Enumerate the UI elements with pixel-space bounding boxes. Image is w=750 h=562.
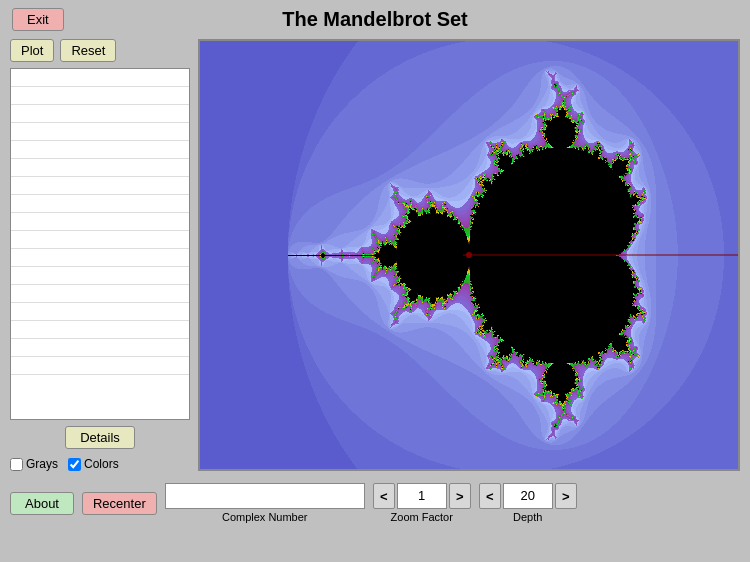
list-item bbox=[11, 339, 189, 357]
canvas-area[interactable] bbox=[198, 39, 740, 471]
top-bar: Exit The Mandelbrot Set bbox=[0, 0, 750, 35]
about-button[interactable]: About bbox=[10, 492, 74, 515]
zoom-factor-label: Zoom Factor bbox=[391, 511, 453, 523]
colors-label[interactable]: Colors bbox=[68, 457, 119, 471]
list-item bbox=[11, 249, 189, 267]
list-item bbox=[11, 87, 189, 105]
plot-button[interactable]: Plot bbox=[10, 39, 54, 62]
list-item bbox=[11, 105, 189, 123]
list-item bbox=[11, 303, 189, 321]
depth-value: 20 bbox=[503, 483, 553, 509]
depth-label: Depth bbox=[513, 511, 542, 523]
details-button[interactable]: Details bbox=[65, 426, 135, 449]
list-item bbox=[11, 321, 189, 339]
list-item bbox=[11, 231, 189, 249]
grays-checkbox[interactable] bbox=[10, 458, 23, 471]
zoom-factor-control: < 1 > Zoom Factor bbox=[373, 483, 471, 523]
list-item bbox=[11, 357, 189, 375]
complex-number-input[interactable] bbox=[165, 483, 365, 509]
reset-button[interactable]: Reset bbox=[60, 39, 116, 62]
list-item bbox=[11, 159, 189, 177]
colors-text: Colors bbox=[84, 457, 119, 471]
zoom-factor-value: 1 bbox=[397, 483, 447, 509]
list-item bbox=[11, 141, 189, 159]
plot-reset-row: Plot Reset bbox=[10, 39, 190, 62]
list-item bbox=[11, 213, 189, 231]
list-item bbox=[11, 285, 189, 303]
depth-inc-button[interactable]: > bbox=[555, 483, 577, 509]
colors-checkbox[interactable] bbox=[68, 458, 81, 471]
list-box[interactable] bbox=[10, 68, 190, 420]
exit-button[interactable]: Exit bbox=[12, 8, 64, 31]
complex-number-label: Complex Number bbox=[222, 511, 308, 523]
list-item bbox=[11, 69, 189, 87]
depth-spinner: < 20 > bbox=[479, 483, 577, 509]
list-item bbox=[11, 123, 189, 141]
grays-text: Grays bbox=[26, 457, 58, 471]
list-item bbox=[11, 195, 189, 213]
bottom-bar: About Recenter Complex Number < 1 > Zoom… bbox=[0, 475, 750, 531]
list-item bbox=[11, 267, 189, 285]
main-area: Plot Reset Details bbox=[0, 35, 750, 475]
left-panel: Plot Reset Details bbox=[10, 39, 190, 471]
zoom-inc-button[interactable]: > bbox=[449, 483, 471, 509]
grays-label[interactable]: Grays bbox=[10, 457, 58, 471]
depth-control: < 20 > Depth bbox=[479, 483, 577, 523]
recenter-button[interactable]: Recenter bbox=[82, 492, 157, 515]
zoom-dec-button[interactable]: < bbox=[373, 483, 395, 509]
depth-dec-button[interactable]: < bbox=[479, 483, 501, 509]
checkbox-row: Grays Colors bbox=[10, 457, 190, 471]
mandelbrot-canvas bbox=[200, 41, 738, 469]
complex-number-control: Complex Number bbox=[165, 483, 365, 523]
zoom-factor-spinner: < 1 > bbox=[373, 483, 471, 509]
page-title: The Mandelbrot Set bbox=[282, 8, 468, 31]
list-item bbox=[11, 177, 189, 195]
